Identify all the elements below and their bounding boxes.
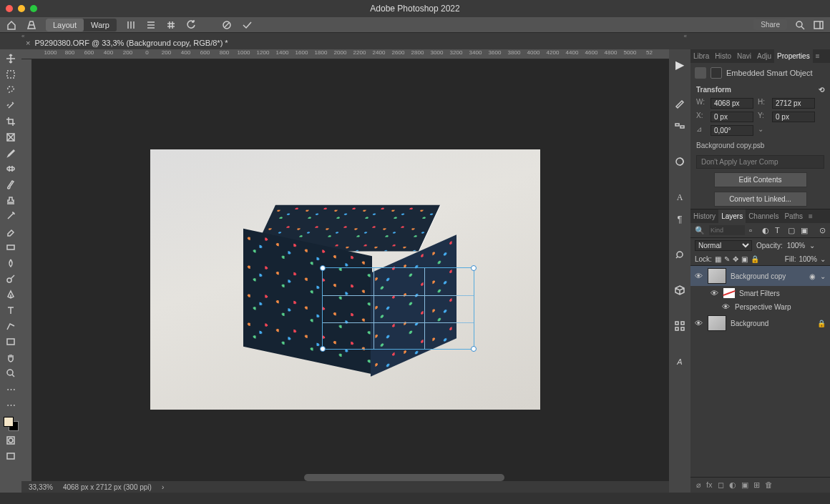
visibility-icon[interactable]: 👁	[695, 272, 703, 280]
crop-tool[interactable]	[3, 115, 19, 128]
edit-contents-button[interactable]: Edit Contents	[714, 172, 807, 187]
stamp-tool[interactable]	[3, 194, 19, 207]
layercomp-select[interactable]: Don't Apply Layer Comp	[696, 155, 824, 169]
3d-panel-icon[interactable]	[673, 284, 686, 297]
lock-trans-icon[interactable]: ▦	[715, 255, 721, 263]
brush-tool[interactable]	[3, 178, 19, 191]
minimize-window[interactable]	[18, 5, 25, 12]
mask-add-icon[interactable]: ◻	[718, 480, 724, 490]
swatches-panel-icon[interactable]	[673, 119, 686, 132]
warp-mode-button[interactable]: Warp	[84, 19, 117, 31]
group-add-icon[interactable]: ▣	[741, 480, 748, 490]
shape-tool[interactable]	[3, 335, 19, 348]
layer-row[interactable]: 👁 Background copy ◉ ⌄	[690, 266, 830, 286]
layer-expand-icon[interactable]: ⌄	[820, 272, 826, 280]
play-action-icon[interactable]: ▶	[669, 54, 690, 75]
layer-name[interactable]: Perspective Warp	[735, 303, 791, 311]
adjustments-panel-icon[interactable]	[673, 155, 686, 168]
filter-adjust-icon[interactable]: ◐	[762, 226, 771, 234]
y-input[interactable]: 0 px	[772, 112, 815, 122]
filter-toggle[interactable]: ⊙	[819, 226, 826, 235]
lock-icon[interactable]: 🔒	[817, 320, 826, 327]
eyedropper-tool[interactable]	[3, 147, 19, 159]
fx-icon[interactable]: fx	[706, 480, 713, 490]
layer-name[interactable]: Background	[731, 320, 768, 327]
visibility-icon[interactable]: 👁	[695, 319, 703, 327]
hand-tool[interactable]	[3, 351, 19, 364]
fill-value[interactable]: 100%	[799, 255, 817, 263]
layer-thumbnail[interactable]	[708, 268, 726, 284]
tab-navigator[interactable]: Navi	[734, 49, 754, 63]
angle-input[interactable]: 0,00°	[711, 125, 753, 136]
dodge-tool[interactable]	[3, 272, 19, 285]
layer-thumbnail[interactable]	[708, 315, 726, 331]
filter-shape-icon[interactable]: ▢	[788, 226, 796, 234]
filter-image-icon[interactable]: ▫	[749, 226, 758, 234]
more-tools[interactable]: ⋯	[3, 382, 19, 395]
paragraph-panel-icon[interactable]: ¶	[673, 212, 686, 225]
adjustment-add-icon[interactable]: ◐	[729, 480, 736, 490]
convert-linked-button[interactable]: Convert to Linked...	[714, 192, 807, 207]
grid-both-icon[interactable]	[165, 19, 177, 31]
tab-paths[interactable]: Paths	[781, 209, 806, 223]
document-canvas[interactable]	[150, 149, 540, 410]
width-input[interactable]: 4068 px	[711, 98, 753, 109]
tab-histogram[interactable]: Histo	[712, 49, 734, 63]
eraser-tool[interactable]	[3, 225, 19, 238]
layer-row[interactable]: 👁 Smart Filters	[690, 286, 830, 300]
type-tool[interactable]	[3, 304, 19, 317]
workspace-icon[interactable]	[813, 19, 824, 31]
lock-pixels-icon[interactable]: ✎	[724, 255, 730, 263]
color-panel-icon[interactable]	[673, 98, 686, 111]
zoom-tool[interactable]	[3, 367, 19, 380]
close-tab-icon[interactable]: ×	[26, 39, 30, 47]
gradient-tool[interactable]	[3, 241, 19, 254]
move-tool[interactable]	[3, 52, 19, 65]
panel-menu-icon[interactable]: ≡	[813, 49, 823, 63]
grid-3col-icon[interactable]	[125, 19, 137, 31]
wand-tool[interactable]	[3, 99, 19, 112]
close-window[interactable]	[6, 5, 13, 12]
filter-smart-icon[interactable]: ▣	[801, 226, 809, 234]
trash-icon[interactable]: 🗑	[765, 480, 773, 490]
brush-panel-icon[interactable]	[673, 248, 686, 261]
commit-icon[interactable]	[241, 19, 253, 31]
lasso-tool[interactable]	[3, 84, 19, 97]
layer-row[interactable]: 👁 Perspective Warp	[690, 300, 830, 313]
blend-mode-select[interactable]: Normal	[695, 240, 752, 251]
zoom-level[interactable]: 33,33%	[29, 483, 53, 491]
document-tab[interactable]: P9290380.ORF @ 33,3% (Background copy, R…	[34, 39, 228, 47]
grid-3row-icon[interactable]	[145, 19, 157, 31]
filter-type-icon[interactable]: T	[775, 226, 783, 234]
blur-tool[interactable]	[3, 257, 19, 270]
search-icon[interactable]	[794, 19, 806, 31]
opacity-value[interactable]: 100%	[787, 242, 806, 249]
screenmode-tool[interactable]	[3, 450, 19, 463]
angle-dropdown-icon[interactable]: ⌄	[758, 125, 765, 136]
quickmask-tool[interactable]	[3, 434, 19, 447]
heal-tool[interactable]	[3, 162, 19, 175]
status-more-icon[interactable]: ›	[162, 483, 164, 491]
layer-name[interactable]: Background copy	[731, 272, 786, 280]
glyphs-panel-icon[interactable]: A	[673, 355, 686, 368]
path-tool[interactable]	[3, 320, 19, 332]
tab-channels[interactable]: Channels	[746, 209, 781, 223]
tab-properties[interactable]: Properties	[774, 49, 813, 63]
layer-row[interactable]: 👁 Background 🔒	[690, 313, 830, 333]
character-panel-icon[interactable]: A	[673, 191, 686, 204]
reset-transform-icon[interactable]: ⟲	[819, 86, 824, 94]
filter-search-icon[interactable]: 🔍	[695, 226, 705, 235]
horizontal-scrollbar[interactable]	[304, 474, 504, 481]
x-input[interactable]: 0 px	[711, 112, 753, 122]
styles-panel-icon[interactable]	[673, 320, 686, 332]
layer-add-icon[interactable]: ⊞	[753, 480, 760, 490]
home-icon[interactable]	[6, 19, 17, 31]
marquee-tool[interactable]	[3, 68, 19, 81]
height-input[interactable]: 2712 px	[772, 98, 815, 109]
lock-all-icon[interactable]: 🔒	[751, 255, 759, 263]
tab-layers[interactable]: Layers	[718, 209, 746, 223]
reset-icon[interactable]	[185, 19, 197, 31]
edit-toolbar[interactable]: ⋯	[3, 398, 19, 411]
pen-tool[interactable]	[3, 288, 19, 301]
link-layers-icon[interactable]: ⌀	[696, 480, 701, 490]
